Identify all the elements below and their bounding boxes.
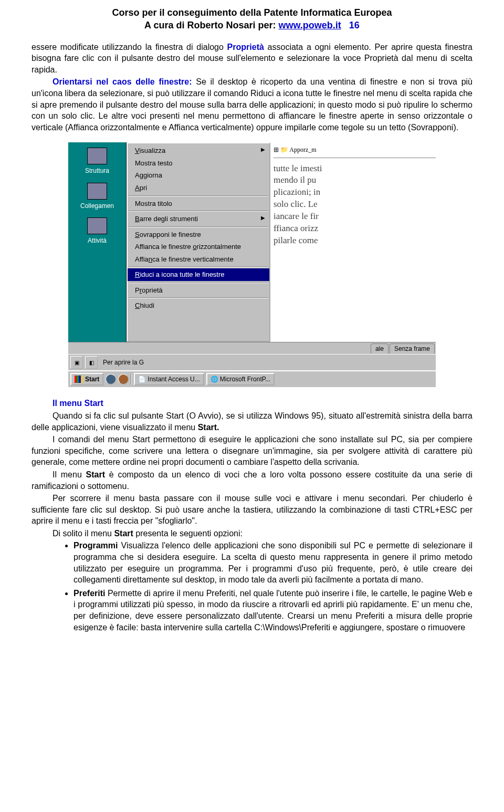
toolbar-btn-1[interactable]: ▣: [70, 356, 83, 369]
header-link[interactable]: www.poweb.it: [278, 20, 341, 30]
menu-aggiorna[interactable]: Aggiorna: [128, 169, 269, 182]
background-window-fragment: ⊞ 📁 Apporz_m tutte le imesti mendo il pu…: [270, 142, 436, 342]
start-options-list: Programmi Visualizza l'elenco delle appl…: [32, 540, 472, 633]
toolbar-text: Per aprire la G: [103, 358, 144, 367]
window-toolbar: ▣ ◧ Per aprire la G: [68, 354, 436, 370]
desktop-sidebar: Struttura Collegamen Attività: [68, 142, 127, 342]
menu-apri[interactable]: ApriApri: [128, 182, 269, 194]
menu-separator-3: [129, 226, 268, 227]
bullet-preferiti: Preferiti Permette di aprire il menu Pre…: [74, 588, 472, 633]
paragraph-start-4: Per scorrere il menu basta passare con i…: [32, 493, 472, 527]
menu-affianca-orizz[interactable]: Affianca le finestre orizzontalmenteAffi…: [128, 241, 269, 253]
doc-header-line1: Corso per il conseguimento della Patente…: [32, 6, 472, 19]
tab-ale[interactable]: ale: [371, 343, 388, 353]
menu-separator-6: [129, 297, 268, 298]
menu-mostra-titolo[interactable]: Mostra titolo: [128, 197, 269, 210]
menu-mostra-testo[interactable]: Mostra testo: [128, 157, 269, 170]
doc-header-line2: A cura di Roberto Nosari per: www.poweb.…: [32, 19, 472, 32]
attivita-icon: [87, 217, 107, 234]
embedded-screenshot: Struttura Collegamen Attività VVisualizz…: [68, 142, 436, 387]
outlook-quicklaunch-icon[interactable]: [118, 374, 129, 384]
paragraph-start-1: Quando si fa clic sul pulsante Start (O …: [32, 410, 472, 433]
header-prefix: A cura di Roberto Nosari per:: [144, 20, 278, 30]
attivita-label: Attività: [88, 236, 107, 245]
menu-proprieta[interactable]: ProprietàProprietà: [128, 284, 269, 297]
menu-affianca-vert[interactable]: Affianca le finestre verticalmenteAffian…: [128, 253, 269, 266]
menu-separator-2: [129, 211, 268, 212]
menu-separator-4: [129, 266, 268, 267]
paragraph-start-2: I comandi del menu Start permettono di e…: [32, 434, 472, 468]
section-title-start: Il menu Start: [32, 398, 472, 409]
menu-sovrapponi[interactable]: Sovrapponi le finestreSovrapponi le fine…: [128, 228, 269, 241]
taskbar: Start 📄 Instant Access U... 🌐 Microsoft …: [68, 370, 436, 387]
start-button[interactable]: Start: [70, 373, 103, 386]
collegamenti-label: Collegamen: [80, 202, 114, 210]
toolbar-btn-2[interactable]: ◧: [85, 356, 98, 369]
menu-riduci-a-icona[interactable]: Riduci a icona tutte le finestreRiduci a…: [128, 268, 269, 281]
menu-chiudi[interactable]: ChiudiChiudi: [128, 299, 269, 312]
ie-quicklaunch-icon[interactable]: [106, 374, 116, 384]
paragraph-start-3: Il menu Start è composto da un elenco di…: [32, 469, 472, 492]
menu-barre-strumenti[interactable]: Barre degli strumentiBarre degli strumen…: [128, 213, 269, 225]
struttura-label: Struttura: [85, 166, 109, 175]
paragraph-1: essere modificate utilizzando la finestr…: [32, 41, 472, 76]
taskbar-frontpage[interactable]: 🌐 Microsoft FrontP...: [206, 373, 275, 386]
collegamenti-icon: [87, 183, 107, 200]
windows-logo-icon: [75, 376, 83, 383]
context-menu: VVisualizzaisualizza Mostra testo Aggior…: [127, 142, 270, 342]
menu-separator-1: [129, 195, 268, 196]
tab-senza-frame[interactable]: Senza frame: [390, 343, 435, 353]
menu-separator-5: [129, 282, 268, 283]
window-tabs: ale Senza frame: [68, 342, 436, 354]
paragraph-start-5: Di solito il menu Start presenta le segu…: [32, 528, 472, 539]
taskbar-instant-access[interactable]: 📄 Instant Access U...: [134, 373, 204, 386]
struttura-icon: [87, 148, 107, 164]
paragraph-2: Orientarsi nel caos delle finestre: Se i…: [32, 76, 472, 133]
menu-visualizza[interactable]: VVisualizzaisualizza: [128, 144, 269, 157]
proprieta-term: Proprietà: [227, 43, 264, 51]
orientarsi-term: Orientarsi nel caos delle finestre:: [52, 77, 192, 86]
page-number: 16: [349, 20, 360, 30]
bullet-programmi: Programmi Visualizza l'elenco delle appl…: [74, 540, 472, 585]
